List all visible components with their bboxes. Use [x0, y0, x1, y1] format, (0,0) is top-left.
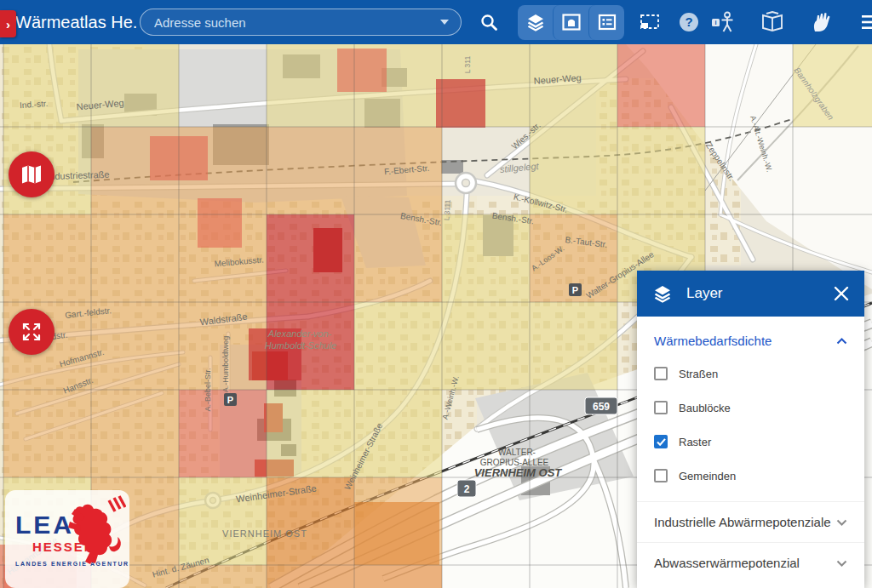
map-label: L 3111: [442, 199, 451, 220]
section-waermebedarfsdichte[interactable]: Wärmebedarfsdichte: [637, 317, 864, 353]
open-drawer-button[interactable]: ›: [0, 10, 16, 37]
checkbox-label: Straßen: [679, 368, 718, 380]
map-overview-button[interactable]: [9, 151, 54, 197]
menu-icon: [861, 14, 872, 31]
layer-item-gemeinden[interactable]: Gemeinden: [637, 459, 864, 493]
map-tools-group: [518, 5, 624, 40]
sign-language-book-icon: [760, 11, 784, 33]
sign-language-button[interactable]: [805, 5, 839, 39]
legend-button[interactable]: [588, 5, 624, 40]
layer-item-raster[interactable]: Raster: [637, 425, 864, 459]
heat-cell: [442, 214, 530, 302]
map-label: A.-Bebel-Str.: [204, 368, 212, 411]
heat-cell: [267, 214, 354, 302]
close-icon: [834, 286, 849, 301]
hessen-lion-icon: [65, 495, 126, 568]
heat-cell: [530, 302, 617, 390]
checkbox-checked[interactable]: [654, 435, 668, 448]
layer-item-baubl-cke[interactable]: Baublöcke: [637, 391, 864, 425]
expand-icon: [20, 321, 43, 343]
address-search[interactable]: [140, 9, 462, 36]
section-abwasserwaermepotenzial[interactable]: Abwasserwärmepotenzial: [637, 542, 864, 583]
collapsed-sections: Industrielle Abwärmepotenziale Abwasserw…: [637, 501, 864, 583]
map-label: Humboldt-Schule: [265, 340, 336, 351]
top-bar: Wärmeatlas He...: [0, 0, 872, 44]
app-title: Wärmeatlas He...: [15, 13, 136, 32]
heat-cell: [617, 127, 705, 214]
svg-text:?: ?: [685, 14, 692, 29]
heat-cell: [179, 390, 267, 477]
layers-icon: [652, 283, 673, 304]
menu-button[interactable]: [854, 5, 872, 39]
svg-text:P: P: [572, 285, 578, 295]
heat-cell: [267, 565, 354, 588]
chevron-up-icon: [836, 338, 847, 345]
section-label: Wärmebedarfsdichte: [654, 334, 772, 348]
fullscreen-button[interactable]: [9, 309, 54, 355]
heat-cell: [179, 477, 267, 565]
heat-cell: [267, 390, 354, 477]
heat-cell: [267, 127, 354, 214]
heat-cell: [436, 79, 485, 128]
heat-cell: [354, 302, 442, 390]
chevron-down-icon: [836, 519, 847, 526]
check-icon: [657, 438, 666, 446]
svg-text:i: i: [714, 19, 716, 26]
help-button[interactable]: ?: [672, 5, 706, 39]
chevron-down-icon: [836, 560, 847, 567]
checkbox-label: Baublöcke: [679, 402, 731, 414]
heat-cell: [354, 214, 442, 302]
layer-panel-title: Layer: [686, 285, 723, 302]
heat-cell: [354, 502, 439, 565]
accessibility-icon: i: [711, 11, 737, 33]
heat-cell: [354, 565, 442, 588]
search-input[interactable]: [152, 14, 440, 31]
heat-cell: [198, 198, 242, 248]
layers-button[interactable]: [518, 5, 553, 40]
search-button[interactable]: [472, 5, 506, 39]
map-label: VIERNHEIM OST: [222, 528, 307, 539]
layer-panel-body: Wärmebedarfsdichte StraßenBaublöckeRaste…: [637, 317, 864, 583]
legend-icon: [597, 12, 617, 32]
road-shield-label: 659: [593, 401, 610, 413]
checkbox-unchecked[interactable]: [654, 469, 668, 482]
select-region-button[interactable]: [633, 5, 667, 39]
heat-cell: [337, 49, 387, 92]
basemap-button[interactable]: [553, 5, 588, 40]
select-region-icon: [640, 13, 660, 31]
layer-panel-header: Layer: [637, 271, 864, 317]
map-label: WALTER-: [498, 448, 536, 457]
basemap-icon: [561, 12, 582, 32]
help-icon: ?: [678, 11, 700, 33]
map-label: Industriestraße: [47, 169, 110, 182]
section-label: Abwasserwärmepotenzial: [654, 556, 800, 570]
checkbox-label: Raster: [679, 436, 711, 448]
accessibility-button[interactable]: i: [706, 5, 740, 39]
layer-panel: Layer Wärmebedarfsdichte StraßenBaublöck…: [637, 271, 864, 588]
waermeatlas-app: 6592PP Neuer-WegNeuer-WegInd.-str.Indust…: [0, 0, 872, 588]
heat-cell: [3, 214, 91, 302]
heat-cell: [91, 390, 179, 477]
map-label: Alexander-von-: [267, 328, 332, 339]
layer-item-stra-en[interactable]: Straßen: [637, 357, 864, 391]
checkbox-unchecked[interactable]: [654, 367, 668, 380]
heat-cell: [3, 39, 91, 127]
checkbox-label: Gemeinden: [679, 470, 736, 482]
map-label: L 311: [463, 56, 472, 74]
search-icon: [479, 13, 498, 31]
sign-language-book-button[interactable]: [755, 5, 789, 39]
road-shield-label: 2: [464, 483, 470, 495]
lea-hessen-logo[interactable]: LEA HESSEN LANDES ENERGIE AGENTUR: [5, 490, 129, 588]
chevron-down-icon[interactable]: [440, 20, 449, 25]
close-panel-button[interactable]: [834, 286, 849, 301]
heat-cell: [91, 39, 179, 127]
layers-icon: [525, 12, 546, 32]
layer-checkbox-list: StraßenBaublöckeRasterGemeinden: [637, 353, 864, 501]
heat-cell: [617, 39, 705, 127]
folded-map-icon: [20, 164, 43, 185]
heat-cell: [354, 390, 442, 477]
heat-cell: [91, 214, 179, 302]
checkbox-unchecked[interactable]: [654, 401, 668, 414]
section-industrielle-abwaermepotenziale[interactable]: Industrielle Abwärmepotenziale: [637, 501, 864, 542]
svg-text:P: P: [227, 395, 233, 405]
